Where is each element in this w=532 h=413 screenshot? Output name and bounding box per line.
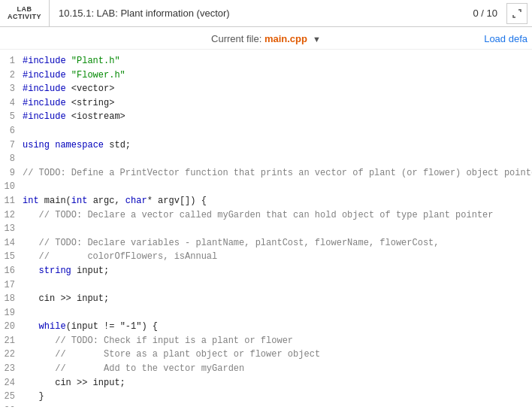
code-line: 10 — [0, 180, 532, 194]
line-number: 7 — [0, 138, 23, 153]
line-number: 19 — [0, 306, 23, 320]
line-number: 10 — [0, 180, 23, 194]
lab-label-bottom: ACTIVITY — [8, 14, 41, 21]
code-line: 1#include "Plant.h" — [0, 54, 532, 68]
line-content: #include <iostream> — [23, 110, 125, 124]
code-line: 16 string input; — [0, 264, 532, 278]
line-number: 6 — [0, 124, 23, 138]
code-line: 18 cin >> input; — [0, 292, 532, 306]
code-editor: 1#include "Plant.h"2#include "Flower.h"3… — [0, 50, 532, 407]
line-content: string input; — [23, 264, 109, 278]
code-line: 8 — [0, 152, 532, 166]
line-number: 21 — [0, 334, 23, 348]
toolbar: Current file: main.cpp ▼ Load defa — [0, 27, 532, 50]
expand-icon[interactable] — [506, 3, 527, 24]
code-line: 11int main(int argc, char* argv[]) { — [0, 194, 532, 208]
line-number: 22 — [0, 348, 23, 362]
code-line: 15 // colorOfFlowers, isAnnual — [0, 250, 532, 264]
line-number: 26 — [0, 404, 23, 407]
line-content: // TODO: Define a PrintVector function t… — [23, 166, 532, 181]
line-number: 16 — [0, 264, 23, 278]
line-number: 20 — [0, 320, 23, 334]
line-content: // TODO: Declare variables - plantName, … — [23, 236, 440, 251]
line-number: 11 — [0, 194, 23, 208]
load-default-button[interactable]: Load defa — [484, 32, 532, 44]
code-line: 6 — [0, 124, 532, 138]
line-number: 23 — [0, 362, 23, 376]
file-dropdown-arrow[interactable]: ▼ — [310, 35, 321, 44]
current-file-label: Current file: main.cpp ▼ — [211, 33, 321, 44]
line-content: using namespace std; — [23, 138, 131, 153]
code-line: 21 // TODO: Check if input is a plant or… — [0, 334, 532, 348]
line-content: #include "Flower.h" — [23, 68, 125, 83]
line-number: 4 — [0, 96, 23, 111]
activity-title: 10.15.1: LAB: Plant information (vector) — [50, 8, 473, 19]
code-line: 7using namespace std; — [0, 138, 532, 153]
line-number: 14 — [0, 236, 23, 251]
current-file-name: main.cpp — [264, 33, 307, 44]
line-number: 18 — [0, 292, 23, 306]
line-number: 9 — [0, 166, 23, 181]
line-content: // Add to the vector myGarden — [23, 362, 244, 376]
line-number: 12 — [0, 208, 23, 223]
line-content: int main(int argc, char* argv[]) { — [23, 194, 207, 208]
line-content: // TODO: Check if input is a plant or fl… — [23, 334, 293, 348]
line-content: #include <string> — [23, 96, 114, 111]
code-line: 20 while(input != "-1") { — [0, 320, 532, 334]
line-number: 15 — [0, 250, 23, 264]
score-display: 0 / 10 — [473, 8, 506, 19]
line-content: // TODO: Declare a vector called myGarde… — [23, 208, 494, 223]
line-content: #include "Plant.h" — [23, 54, 120, 68]
line-number: 3 — [0, 82, 23, 96]
code-line: 13 — [0, 222, 532, 236]
current-file-prefix: Current file: — [211, 33, 264, 44]
code-line: 25 } — [0, 390, 532, 404]
line-content: cin >> input; — [23, 292, 109, 306]
lab-activity-label: LAB ACTIVITY — [0, 0, 50, 26]
line-content: while(input != "-1") { — [23, 320, 158, 334]
code-line: 2#include "Flower.h" — [0, 68, 532, 83]
code-line: 17 — [0, 278, 532, 293]
code-line: 9// TODO: Define a PrintVector function … — [0, 166, 532, 181]
code-line: 4#include <string> — [0, 96, 532, 111]
line-number: 5 — [0, 110, 23, 124]
code-line: 22 // Store as a plant object or flower … — [0, 348, 532, 362]
line-number: 13 — [0, 222, 23, 236]
line-number: 1 — [0, 54, 23, 68]
line-number: 17 — [0, 278, 23, 293]
line-content: } — [23, 390, 44, 404]
line-number: 8 — [0, 152, 23, 166]
code-line: 24 cin >> input; — [0, 376, 532, 390]
header: LAB ACTIVITY 10.15.1: LAB: Plant informa… — [0, 0, 532, 27]
code-line: 14 // TODO: Declare variables - plantNam… — [0, 236, 532, 251]
line-content: // Store as a plant object or flower obj… — [23, 348, 320, 362]
line-number: 24 — [0, 376, 23, 390]
line-number: 2 — [0, 68, 23, 83]
code-line: 26 — [0, 404, 532, 407]
line-content: // colorOfFlowers, isAnnual — [23, 250, 217, 264]
code-line: 12 // TODO: Declare a vector called myGa… — [0, 208, 532, 223]
code-line: 19 — [0, 306, 532, 320]
code-line: 23 // Add to the vector myGarden — [0, 362, 532, 376]
code-line: 3#include <vector> — [0, 82, 532, 96]
line-content: #include <vector> — [23, 82, 114, 96]
code-line: 5#include <iostream> — [0, 110, 532, 124]
line-content: cin >> input; — [23, 376, 125, 390]
line-number: 25 — [0, 390, 23, 404]
expand-svg — [512, 8, 522, 19]
